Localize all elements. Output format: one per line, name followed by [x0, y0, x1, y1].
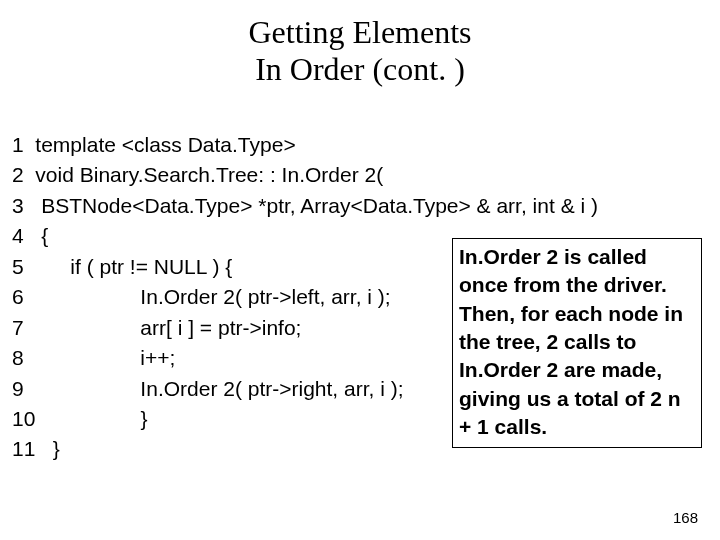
title-line-1: Getting Elements — [248, 14, 471, 50]
title-line-2: In Order (cont. ) — [255, 51, 465, 87]
slide-title: Getting Elements In Order (cont. ) — [0, 0, 720, 88]
note-box: In.Order 2 is called once from the drive… — [452, 238, 702, 448]
page-number: 168 — [673, 509, 698, 526]
